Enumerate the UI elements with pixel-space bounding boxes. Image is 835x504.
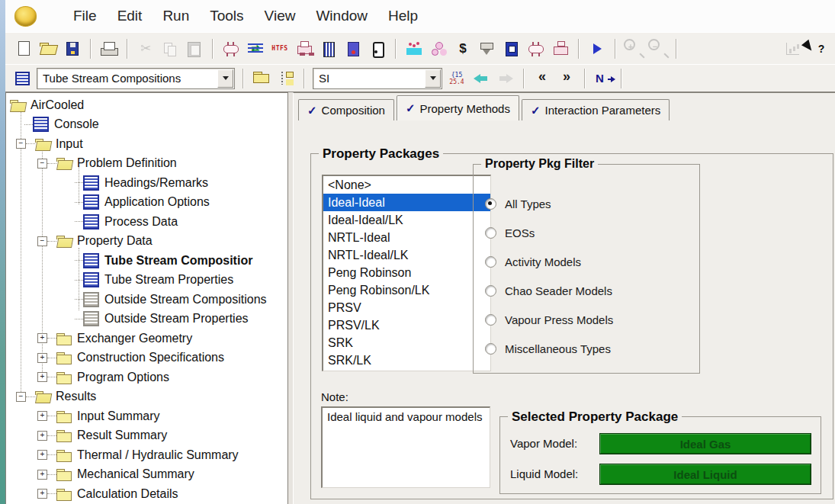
tree-item[interactable]: +Construction Specifications — [6, 348, 287, 368]
menu-item-file[interactable]: File — [73, 8, 97, 24]
radio-option[interactable]: Activity Models — [485, 253, 699, 270]
run-button[interactable] — [585, 37, 609, 60]
radio-option[interactable]: EOSs — [485, 224, 699, 241]
expander-plus-icon[interactable]: + — [37, 470, 47, 480]
next-pages-button[interactable]: » — [554, 67, 579, 90]
tree-item[interactable]: +Calculation Details — [6, 484, 287, 504]
package-list-item[interactable]: NRTL-Ideal — [323, 229, 490, 246]
expander-plus-icon[interactable]: + — [37, 372, 47, 382]
forward-button — [493, 67, 518, 90]
exchanger-small-button[interactable] — [524, 37, 548, 60]
expander-plus-icon[interactable]: + — [37, 450, 47, 460]
back-button[interactable] — [469, 67, 493, 90]
toolbar-separator — [523, 69, 525, 88]
hopper-button[interactable] — [475, 37, 499, 60]
exchanger-flows-button[interactable]: ⇄ — [243, 37, 268, 60]
cost-button[interactable]: $ — [451, 37, 475, 60]
tube-layout-button[interactable] — [316, 37, 341, 60]
tree-item[interactable]: Console — [6, 115, 287, 135]
tree-item[interactable]: −Results — [6, 387, 287, 407]
toolbar-separator — [621, 69, 622, 88]
expander-plus-icon[interactable]: + — [37, 333, 47, 343]
tree-item[interactable]: Outside Stream Compositions — [6, 290, 287, 310]
package-list-item[interactable]: NRTL-Ideal/LK — [323, 246, 490, 264]
package-list-item[interactable]: Peng Robinson/LK — [323, 281, 490, 299]
exchanger-print-button[interactable] — [292, 37, 316, 60]
package-list-item[interactable]: Ideal-Ideal — [323, 194, 490, 211]
tree-item[interactable]: −Input — [6, 134, 287, 154]
menu-item-window[interactable]: Window — [316, 8, 368, 24]
expander-plus-icon[interactable]: + — [37, 489, 47, 499]
menu-item-tools[interactable]: Tools — [210, 8, 243, 24]
expander-plus-icon[interactable]: + — [37, 411, 47, 421]
tab-property-methods[interactable]: ✓Property Methods — [397, 95, 519, 120]
expander-minus-icon[interactable]: − — [37, 159, 47, 169]
tree-item[interactable]: Tube Stream Properties — [6, 271, 287, 291]
package-list-item[interactable]: SRK — [323, 334, 490, 352]
molecule-button[interactable] — [426, 37, 451, 60]
tree-item[interactable]: +Exchanger Geometry — [6, 329, 287, 348]
radio-option-label: Miscellaneous Types — [505, 342, 611, 355]
tree-item[interactable]: Headings/Remarks — [6, 173, 287, 193]
package-list-item[interactable]: PRSV — [323, 299, 490, 316]
components-button[interactable] — [402, 37, 426, 60]
expander-minus-icon[interactable]: − — [16, 392, 26, 402]
tree-view-button[interactable] — [274, 67, 298, 90]
expander-minus-icon[interactable]: − — [16, 139, 26, 149]
package-list-item[interactable]: Peng Robinson — [323, 264, 490, 281]
units-selector[interactable]: SI — [313, 68, 442, 89]
tree-item[interactable]: −Property Data — [6, 232, 287, 252]
radio-option[interactable]: Miscellaneous Types — [485, 340, 699, 357]
property-package-listbox[interactable]: <None>Ideal-IdealIdeal-Ideal/LKNRTL-Idea… — [322, 175, 491, 371]
menu-item-help[interactable]: Help — [388, 8, 418, 24]
menu-item-run[interactable]: Run — [162, 8, 189, 24]
save-button[interactable] — [60, 37, 85, 60]
up-one-level-button[interactable]: ↑ — [249, 67, 274, 90]
dropdown-arrow-icon[interactable] — [217, 69, 233, 88]
package-list-item[interactable]: PRSV/LK — [323, 316, 490, 334]
expander-plus-icon[interactable]: + — [37, 353, 47, 363]
tree-item[interactable]: Application Options — [6, 193, 287, 213]
tree-item[interactable]: +Thermal / Hydraulic Summary — [6, 445, 287, 465]
package-list-item[interactable]: Ideal-Ideal/LK — [323, 211, 490, 229]
next-input-button[interactable]: N — [591, 67, 615, 90]
tab-composition[interactable]: ✓Composition — [298, 99, 394, 120]
print-button[interactable] — [97, 37, 121, 60]
tree-item[interactable]: +Result Summary — [6, 426, 287, 446]
context-help-button[interactable]: ? — [804, 37, 829, 60]
exchanger-fan-button[interactable] — [548, 37, 573, 60]
exchanger-button[interactable] — [219, 37, 243, 60]
tree-item[interactable]: Tube Stream Compositior — [6, 251, 287, 271]
radio-option[interactable]: Chao Seader Models — [485, 282, 699, 299]
tree-item[interactable]: −Problem Definition — [6, 154, 287, 174]
open-file-button[interactable] — [36, 37, 60, 60]
tree-item[interactable]: Outside Stream Properties — [6, 310, 287, 329]
tree-item[interactable]: Process Data — [6, 212, 287, 232]
package-list-item[interactable]: SRK/LK — [323, 352, 490, 369]
furnace-button[interactable] — [341, 37, 365, 60]
form-view-button[interactable] — [10, 67, 34, 90]
tree-item[interactable]: +Mechanical Summary — [6, 465, 287, 485]
radio-option[interactable]: Vapour Press Models — [485, 311, 699, 328]
unit-convert-button[interactable]: {1525.4 — [445, 67, 469, 90]
tree-item[interactable]: +Program Options — [6, 368, 287, 387]
htfs-button[interactable]: HTFS — [268, 37, 292, 60]
exchanger-small-icon — [526, 39, 546, 59]
selected-property-package-group: Selected Property Package Vapor Model: I… — [499, 416, 821, 494]
note-textbox[interactable]: Ideal liquid and vapour models — [321, 406, 490, 488]
menu-item-view[interactable]: View — [265, 8, 296, 24]
package-list-item[interactable]: <None> — [323, 176, 490, 194]
vessel-button[interactable] — [365, 37, 390, 60]
previous-pages-button[interactable]: « — [530, 67, 554, 90]
tree-item[interactable]: +Input Summary — [6, 406, 287, 426]
new-file-button[interactable] — [11, 37, 36, 60]
expander-plus-icon[interactable]: + — [37, 431, 47, 441]
dropdown-arrow-icon[interactable] — [425, 69, 441, 88]
expander-minus-icon[interactable]: − — [37, 236, 47, 246]
form-selector[interactable]: Tube Stream Compositions — [37, 68, 235, 89]
tree-item[interactable]: AirCooled — [6, 95, 287, 115]
drum-button[interactable] — [499, 37, 524, 60]
radio-option[interactable]: All Types — [485, 195, 699, 212]
tab-interaction-parameters[interactable]: ✓Interaction Parameters — [522, 99, 670, 120]
menu-item-edit[interactable]: Edit — [117, 8, 143, 24]
